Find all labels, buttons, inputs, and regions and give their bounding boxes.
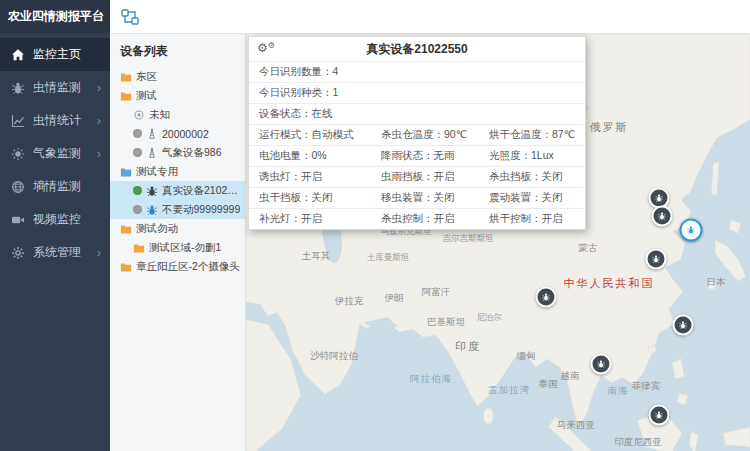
home-icon [11, 48, 25, 62]
popup-stat-row: 设备状态：在线 [249, 103, 585, 124]
tree-group[interactable]: 测试专用 [110, 162, 245, 181]
popup-status-cell: 降雨状态：无雨 [371, 145, 479, 166]
popup-status-cell: 虫雨挡板：开启 [371, 166, 479, 187]
popup-status-cell: 移虫装置：关闭 [371, 187, 479, 208]
device-list-panel: 设备列表 东区测试未知20000002气象设备986测试专用真实设备210225… [110, 34, 246, 451]
sidebar-item-insect[interactable]: 虫情监测› [0, 71, 110, 104]
sidebar-item-label: 系统管理 [33, 244, 81, 261]
sidebar-item-label: 虫情统计 [33, 112, 81, 129]
station-icon [146, 147, 158, 159]
popup-status-cell: 杀虫挡板：关闭 [479, 166, 583, 187]
tree-label: 不要动99999999 [162, 203, 240, 217]
tree-label: 东区 [136, 70, 157, 84]
sidebar-item-home[interactable]: 监控主页 [0, 38, 110, 71]
app-window: 农业四情测报平台 监控主页虫情监测›虫情统计›气象监测›墒情监测视频监控系统管理… [0, 0, 750, 451]
tree-group[interactable]: 东区 [110, 67, 245, 86]
status-dot [133, 186, 142, 195]
folder-icon [120, 90, 132, 102]
chevron-right-icon: › [97, 114, 101, 127]
tree-label: 测试勿动 [136, 222, 178, 236]
popup-status-cell: 运行模式：自动模式 [249, 124, 371, 145]
folder-icon [133, 242, 145, 254]
device-marker[interactable] [591, 354, 612, 375]
folder-icon [120, 261, 132, 273]
status-dot [133, 148, 142, 157]
tree-label: 真实设备21022550 [162, 184, 241, 198]
sidebar-item-weather[interactable]: 气象监测› [0, 137, 110, 170]
tree-group[interactable]: 测试 [110, 86, 245, 105]
popup-status-cell: 虫干挡板：关闭 [249, 187, 371, 208]
sidebar-item-system[interactable]: 系统管理› [0, 236, 110, 269]
tree-device[interactable]: 未知 [110, 105, 245, 124]
status-dot [133, 205, 142, 214]
status-dot [133, 129, 142, 138]
sidebar-item-label: 气象监测 [33, 145, 81, 162]
device-status-grid: 运行模式：自动模式杀虫仓温度：90℃烘干仓温度：87℃电池电量：0%降雨状态：无… [249, 124, 585, 229]
device-marker[interactable] [680, 219, 703, 242]
sidebar-nav: 监控主页虫情监测›虫情统计›气象监测›墒情监测视频监控系统管理› [0, 33, 110, 269]
popup-status-cell: 震动装置：关闭 [479, 187, 583, 208]
popup-status-cell: 烘干控制：开启 [479, 208, 583, 229]
popup-status-cell: 杀虫控制：开启 [371, 208, 479, 229]
sun-icon [11, 147, 25, 161]
tree-device[interactable]: 气象设备986 [110, 143, 245, 162]
station-icon [146, 128, 158, 140]
video-icon [11, 213, 25, 227]
sidebar-item-video[interactable]: 视频监控 [0, 203, 110, 236]
tree-label: 未知 [149, 108, 170, 122]
device-tree: 东区测试未知20000002气象设备986测试专用真实设备21022550不要动… [110, 67, 245, 276]
device-marker[interactable] [673, 315, 694, 336]
popup-stat-row: 今日识别数量：4 [249, 61, 585, 82]
sidebar-item-label: 监控主页 [33, 46, 81, 63]
content: 设备列表 东区测试未知20000002气象设备986测试专用真实设备210225… [110, 34, 750, 451]
settings-gears-icon[interactable]: ⚙⚙ [257, 40, 275, 57]
chevron-right-icon: › [97, 81, 101, 94]
bug-icon [11, 81, 25, 95]
popup-header: ⚙⚙ 真实设备21022550 [249, 37, 585, 61]
device-marker[interactable] [652, 206, 673, 227]
tree-device[interactable]: 真实设备21022550 [110, 181, 245, 200]
sidebar-item-label: 虫情监测 [33, 79, 81, 96]
tree-label: 气象设备986 [162, 146, 222, 160]
device-marker[interactable] [649, 405, 670, 426]
tree-group[interactable]: 章丘阳丘区-2个摄像头 [110, 257, 245, 276]
chevron-right-icon: › [97, 246, 101, 259]
tree-label: 测试 [136, 89, 157, 103]
main-area: 设备列表 东区测试未知20000002气象设备986测试专用真实设备210225… [110, 0, 750, 451]
topbar [110, 0, 750, 34]
chart-icon [11, 114, 25, 128]
popup-status-cell: 电池电量：0% [249, 145, 371, 166]
folder-icon [120, 166, 132, 178]
device-tree-toggle-icon[interactable] [121, 9, 139, 25]
popup-status-cell: 补光灯：开启 [249, 208, 371, 229]
sidebar-item-label: 视频监控 [33, 211, 81, 228]
bug-icon [146, 204, 158, 216]
tree-group[interactable]: 测试勿动 [110, 219, 245, 238]
gear-icon [11, 246, 25, 260]
folder-icon [120, 223, 132, 235]
radio-icon [133, 109, 145, 121]
popup-status-cell: 烘干仓温度：87℃ [479, 124, 583, 145]
chevron-right-icon: › [97, 147, 101, 160]
device-marker[interactable] [536, 287, 557, 308]
sidebar: 农业四情测报平台 监控主页虫情监测›虫情统计›气象监测›墒情监测视频监控系统管理… [0, 0, 110, 451]
sidebar-item-label: 墒情监测 [33, 178, 81, 195]
sidebar-item-stats[interactable]: 虫情统计› [0, 104, 110, 137]
sidebar-item-soil[interactable]: 墒情监测 [0, 170, 110, 203]
popup-title: 真实设备21022550 [366, 41, 467, 58]
popup-stat-row: 今日识别种类：1 [249, 82, 585, 103]
folder-icon [120, 71, 132, 83]
popup-status-cell: 杀虫仓温度：90℃ [371, 124, 479, 145]
tree-label: 20000002 [162, 128, 209, 140]
tree-device[interactable]: 20000002 [110, 124, 245, 143]
tree-group[interactable]: 测试区域-勿删1 [110, 238, 245, 257]
device-info-popup: ⚙⚙ 真实设备21022550 今日识别数量：4今日识别种类：1设备状态：在线 … [248, 36, 586, 230]
popup-status-cell: 光照度：1Lux [479, 145, 583, 166]
tree-device[interactable]: 不要动99999999 [110, 200, 245, 219]
device-marker[interactable] [646, 249, 667, 270]
popup-status-cell: 诱虫灯：开启 [249, 166, 371, 187]
app-title: 农业四情测报平台 [0, 0, 110, 33]
device-list-title: 设备列表 [110, 34, 245, 67]
bug-icon [146, 185, 158, 197]
tree-label: 章丘阳丘区-2个摄像头 [136, 260, 240, 274]
